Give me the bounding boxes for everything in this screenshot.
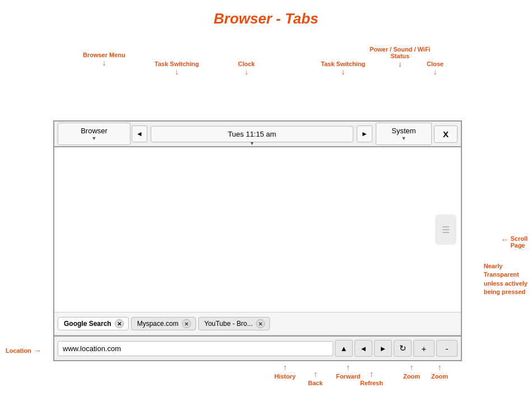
history-button[interactable]: ▲ (335, 340, 353, 357)
tab-youtube-label: YouTube - Bro... (204, 320, 253, 328)
close-button-label: X (443, 129, 449, 139)
forward-button[interactable]: ► (374, 340, 392, 357)
scroll-handle[interactable]: ☰ (435, 214, 456, 245)
top-bar: Browser ▼ ◄ Tues 11:15 am ▼ ► System ▼ X (54, 122, 461, 147)
scroll-page-label: Scroll (510, 235, 528, 242)
location-bar: ▲ ◄ ► ↻ + - (54, 335, 461, 360)
clock-dropdown-indicator: ▼ (250, 141, 255, 146)
annotation-task-switching-right: Task Switching ↓ (321, 60, 365, 76)
tab-myspace-close[interactable]: ✕ (182, 319, 191, 328)
tabs-bar: Google Search ✕ Myspace.com ✕ YouTube - … (54, 312, 461, 335)
tab-google-search-close[interactable]: ✕ (115, 319, 124, 328)
tab-youtube[interactable]: YouTube - Bro... ✕ (198, 317, 270, 330)
annotation-back: ↑ Back (308, 370, 323, 386)
annotation-power-sound-wifi: Power / Sound / WiFiStatus ↓ (370, 46, 431, 68)
browser-menu-button[interactable]: Browser ▼ (58, 123, 130, 145)
tab-youtube-close[interactable]: ✕ (256, 319, 265, 328)
page-title: Browser - Tabs (0, 0, 532, 33)
zoom-out-button[interactable]: - (436, 340, 458, 357)
tab-google-search-label: Google Search (64, 320, 111, 328)
system-dropdown-indicator: ▼ (402, 136, 407, 141)
content-area: ☰ (54, 147, 461, 312)
annotation-nearly-transparent: Nearly Transparent unless actively being… (484, 262, 528, 297)
system-button-label: System (391, 127, 416, 135)
annotation-task-switching-left: Task Switching ↓ (155, 60, 199, 76)
browser-window: Browser ▼ ◄ Tues 11:15 am ▼ ► System ▼ X… (53, 120, 462, 361)
annotation-zoom-out: ↑ Zoom (431, 363, 448, 380)
annotation-zoom-in: ↑ Zoom (403, 363, 420, 380)
close-button[interactable]: X (434, 125, 458, 143)
annotation-location: Location → (6, 346, 41, 355)
annotation-forward: ↑ Forward (336, 363, 360, 380)
annotation-scroll-page: ← Scroll Page (501, 235, 528, 249)
refresh-button[interactable]: ↻ (394, 340, 412, 357)
scroll-handle-icon: ☰ (442, 225, 450, 235)
browser-dropdown-indicator: ▼ (92, 136, 97, 141)
annotation-clock: Clock ↓ (238, 60, 255, 76)
task-switch-right-button[interactable]: ► (357, 125, 372, 142)
tab-myspace[interactable]: Myspace.com ✕ (131, 317, 196, 330)
task-switch-left-button[interactable]: ◄ (132, 125, 147, 142)
clock-display: Tues 11:15 am (159, 130, 345, 138)
back-button[interactable]: ◄ (354, 340, 372, 357)
zoom-in-button[interactable]: + (413, 340, 435, 357)
annotation-browser-menu: Browser Menu ↓ (83, 52, 125, 67)
clock-section[interactable]: Tues 11:15 am ▼ (151, 126, 353, 142)
location-input[interactable] (58, 341, 333, 356)
annotation-refresh: ↑ Refresh (360, 370, 383, 386)
tab-google-search[interactable]: Google Search ✕ (58, 317, 129, 330)
browser-button-label: Browser (81, 127, 108, 135)
system-button[interactable]: System ▼ (376, 123, 432, 145)
annotation-history: ↑ History (274, 363, 296, 380)
tab-myspace-label: Myspace.com (137, 320, 179, 328)
annotation-close: Close ↓ (427, 60, 444, 76)
